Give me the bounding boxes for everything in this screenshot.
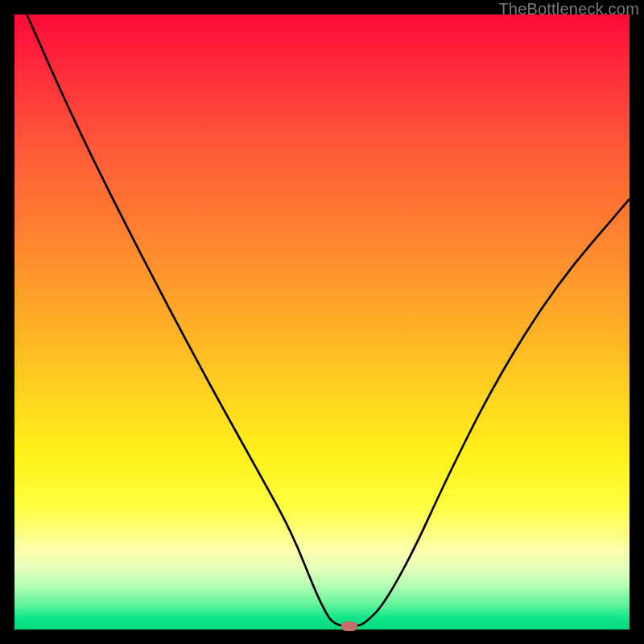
plot-area [14, 14, 630, 630]
watermark-text: TheBottleneck.com [498, 0, 639, 19]
chart-frame: TheBottleneck.com [0, 0, 644, 644]
curve-svg [14, 14, 630, 630]
optimum-marker [341, 621, 357, 631]
bottleneck-curve-path [27, 14, 630, 626]
